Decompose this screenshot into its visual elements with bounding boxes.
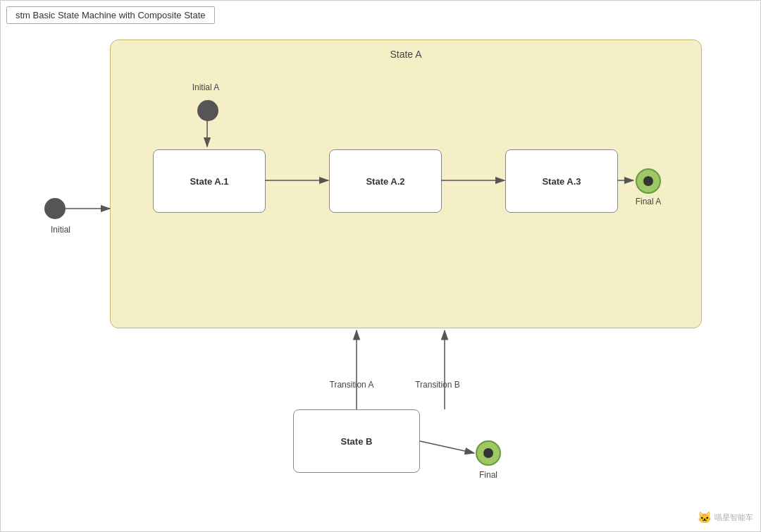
state-a1: State A.1 bbox=[153, 149, 266, 213]
transition-b-label: Transition B bbox=[402, 380, 473, 390]
watermark: 🐱 喵星智能车 bbox=[698, 511, 753, 524]
state-a3: State A.3 bbox=[505, 149, 618, 213]
final-a-label: Final A bbox=[624, 197, 673, 206]
final-state bbox=[476, 440, 501, 466]
initial-a-label: Initial A bbox=[178, 82, 234, 92]
final-a-inner bbox=[643, 176, 653, 186]
final-label: Final bbox=[467, 470, 509, 480]
state-a-label: State A bbox=[111, 49, 701, 60]
state-a2: State A.2 bbox=[329, 149, 442, 213]
initial-state bbox=[44, 198, 66, 219]
title-bar: stm Basic State Machine with Composite S… bbox=[6, 6, 215, 24]
state-b: State B bbox=[293, 409, 420, 473]
state-a-container: State A State A.1 State A.2 State A.3 In… bbox=[110, 39, 702, 328]
transition-a-label: Transition A bbox=[316, 380, 387, 390]
diagram-container: stm Basic State Machine with Composite S… bbox=[0, 0, 761, 532]
initial-a-state bbox=[197, 100, 218, 121]
final-inner bbox=[483, 448, 493, 458]
final-a-state bbox=[636, 168, 661, 194]
svg-line-9 bbox=[420, 441, 474, 453]
initial-label: Initial bbox=[32, 225, 89, 235]
title-text: stm Basic State Machine with Composite S… bbox=[16, 10, 206, 20]
